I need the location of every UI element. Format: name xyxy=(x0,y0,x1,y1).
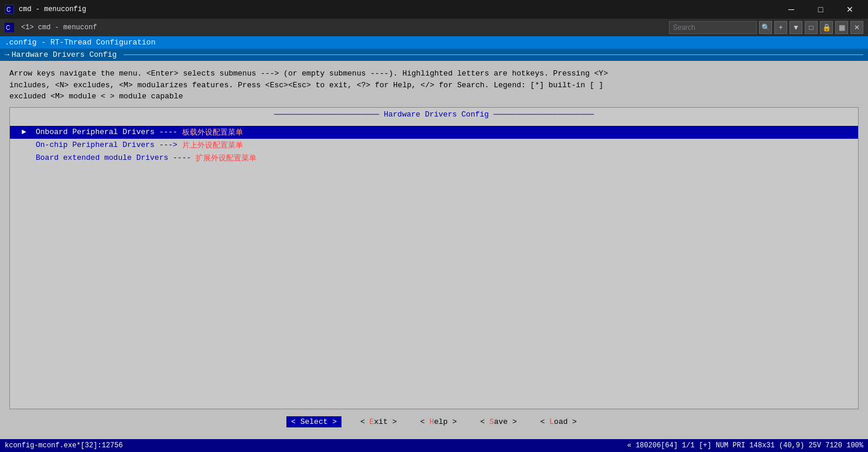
help-line-2: includes, <N> excludes, <M> modularizes … xyxy=(9,80,859,91)
hw-header-text: Hardware Drivers Config xyxy=(12,50,117,59)
load-button[interactable]: < Load > xyxy=(535,416,581,427)
menu-text-board-ext: Board extended module Drivers ---- xyxy=(36,153,191,162)
close-button[interactable]: ✕ xyxy=(836,0,863,19)
config-header-text: .config - RT-Thread Configuration xyxy=(5,38,155,47)
menu-items-container: ►Onboard Peripheral Drivers ---- 板载外设配置菜… xyxy=(10,121,858,409)
tab-cmd-icon: C xyxy=(5,23,14,32)
minimize-button[interactable]: ─ xyxy=(778,0,805,19)
svg-text:C: C xyxy=(6,25,10,31)
tab-bar: C <1> cmd - menuconf 🔍 + ▼ □ 🔒 ▦ ✕ xyxy=(0,19,868,36)
status-info: « 180206[64] 1/1 [+] NUM PRI 148x31 (40,… xyxy=(627,441,863,450)
help-line-1: Arrow keys navigate the menu. <Enter> se… xyxy=(9,68,859,80)
status-bar: kconfig-mconf.exe*[32]:12756 « 180206[64… xyxy=(0,439,868,452)
hw-arrow: → xyxy=(5,50,9,59)
help-text: Arrow keys navigate the menu. <Enter> se… xyxy=(5,66,863,107)
cmd-icon: C xyxy=(5,5,14,14)
title-bar: C cmd - menuconfig ─ □ ✕ xyxy=(0,0,868,19)
terminal-area: Arrow keys navigate the menu. <Enter> se… xyxy=(0,61,868,439)
menu-text-onchip: On-chip Peripheral Drivers ---> xyxy=(36,141,177,149)
layout-button[interactable]: ▦ xyxy=(835,21,848,34)
save-button[interactable]: < Save > xyxy=(476,416,521,427)
menu-item-onchip[interactable]: On-chip Peripheral Drivers ---> 片上外设配置菜单 xyxy=(10,139,858,152)
tab-label[interactable]: <1> cmd - menuconf xyxy=(16,23,102,32)
menu-item-onboard[interactable]: ►Onboard Peripheral Drivers ---- 板载外设配置菜… xyxy=(10,126,858,139)
search-button[interactable]: 🔍 xyxy=(759,21,772,34)
tab-toolbar: 🔍 + ▼ □ 🔒 ▦ ✕ xyxy=(669,21,863,34)
status-filename: kconfig-mconf.exe*[32]:12756 xyxy=(5,441,123,450)
hw-config-box: ─────────────────────── Hardware Drivers… xyxy=(9,107,859,410)
maximize-button[interactable]: □ xyxy=(807,0,834,19)
dropdown-button[interactable]: ▼ xyxy=(790,21,802,34)
lock-button[interactable]: 🔒 xyxy=(820,21,833,34)
menu-indicator-onboard: ► xyxy=(22,128,31,136)
menu-comment-onboard: 板载外设配置菜单 xyxy=(182,127,243,138)
menu-comment-onchip: 片上外设配置菜单 xyxy=(182,140,243,150)
title-bar-controls: ─ □ ✕ xyxy=(778,0,863,19)
help-line-3: excluded <M> module < > module capable xyxy=(9,91,859,102)
svg-text:C: C xyxy=(6,6,11,13)
main-content: .config - RT-Thread Configuration → Hard… xyxy=(0,36,868,439)
add-button[interactable]: + xyxy=(774,21,787,34)
config-header: .config - RT-Thread Configuration xyxy=(0,36,868,49)
help-button[interactable]: < Help > xyxy=(416,416,462,427)
select-button[interactable]: < Select > xyxy=(286,416,341,427)
title-bar-label: cmd - menuconfig xyxy=(19,5,773,13)
exit-button[interactable]: < Exit > xyxy=(356,416,401,427)
hw-config-title: ─────────────────────── Hardware Drivers… xyxy=(10,108,858,121)
monitor-button[interactable]: □ xyxy=(805,21,818,34)
menuconfig-window: Arrow keys navigate the menu. <Enter> se… xyxy=(0,61,868,439)
hw-drivers-header: → Hardware Drivers Config xyxy=(0,49,868,61)
close-tab-button[interactable]: ✕ xyxy=(850,21,863,34)
menu-item-board-ext[interactable]: Board extended module Drivers ---- 扩展外设配… xyxy=(10,152,858,165)
menu-comment-board-ext: 扩展外设配置菜单 xyxy=(196,153,257,163)
bottom-buttons: < Select >< Exit >< Help >< Save >< Load… xyxy=(5,409,863,434)
menu-text-onboard: Onboard Peripheral Drivers ---- xyxy=(36,128,177,136)
search-input[interactable] xyxy=(669,21,757,34)
